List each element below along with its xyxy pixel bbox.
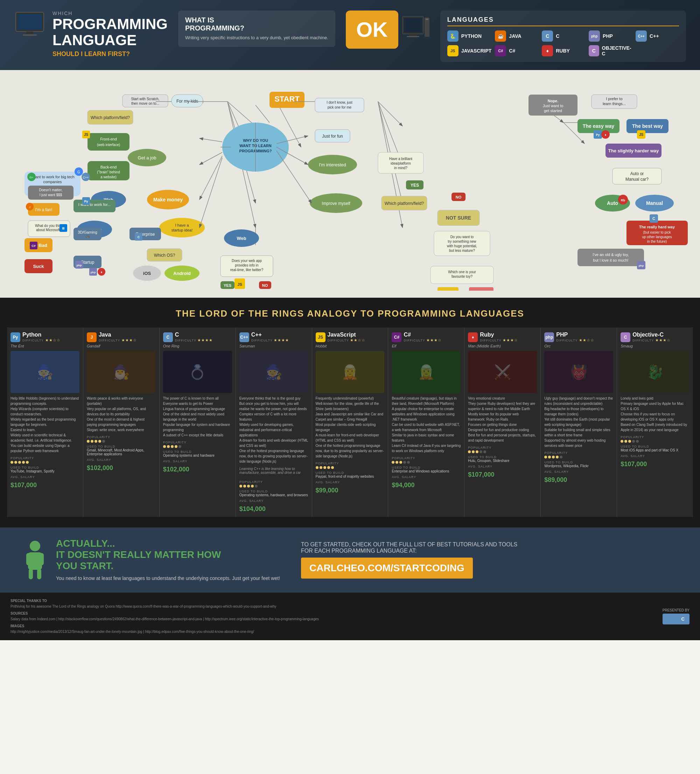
used-to-build-value: Paypal, front-end of majority websites bbox=[316, 475, 385, 478]
difficulty-stars: ★★☆☆ bbox=[45, 338, 61, 342]
avg-salary-label: AVG. SALARY bbox=[316, 481, 385, 484]
avg-salary-label: AVG. SALARY bbox=[392, 475, 461, 479]
svg-text:Manual: Manual bbox=[646, 200, 663, 206]
svg-text:Py: Py bbox=[84, 200, 88, 203]
svg-text:JS: JS bbox=[237, 282, 242, 286]
used-to-build-value: Gmail, Minecraft, Most Android Apps, Ent… bbox=[87, 448, 156, 456]
flowchart-section: I want to work for big tech companies No… bbox=[0, 70, 700, 298]
svg-text:I'm a fan!: I'm a fan! bbox=[35, 207, 53, 212]
svg-text:with huge potential,: with huge potential, bbox=[447, 244, 477, 248]
languages-grid: 🐍 PYTHON ☕ JAVA C C php PHP C++ C++ JS J… bbox=[447, 30, 679, 56]
languages-title: LANGUAGES bbox=[447, 16, 679, 26]
ok-badge-block: OK bbox=[346, 10, 430, 49]
svg-text:🎮: 🎮 bbox=[86, 235, 90, 239]
lang-c: C C bbox=[542, 30, 585, 42]
svg-point-208 bbox=[30, 541, 40, 551]
what-is-block: WHAT ISPROGRAMMING? Writing very specifi… bbox=[178, 10, 335, 47]
popularity-label: POPULARITY bbox=[163, 441, 232, 444]
svg-text:I just want $$$: I just want $$$ bbox=[40, 193, 62, 197]
popularity-label: POPULARITY bbox=[10, 456, 79, 460]
popularity-dot bbox=[94, 440, 97, 443]
card-lang-icon: Py bbox=[10, 332, 20, 342]
svg-text:YES: YES bbox=[224, 283, 231, 288]
svg-rect-7 bbox=[407, 36, 419, 37]
ok-badge: OK bbox=[346, 10, 398, 49]
card-character: Saruman bbox=[239, 344, 308, 348]
card-character: One Ring bbox=[163, 344, 232, 348]
avg-salary-value: $102,000 bbox=[87, 465, 156, 472]
avg-salary-value: $107,000 bbox=[621, 461, 690, 468]
computer-icon bbox=[402, 16, 430, 44]
thanks-text: Prithiviraj for his awesome The Lord of … bbox=[10, 604, 319, 609]
card-header: C++ C++ DIFFICULTY ★★★★ bbox=[239, 332, 308, 342]
svg-text:START: START bbox=[274, 94, 300, 103]
svg-text:Auto: Auto bbox=[607, 200, 618, 206]
card-image: 🧙‍♂️ bbox=[87, 351, 156, 393]
card-image: 🧝 bbox=[392, 351, 461, 393]
avg-salary-label: AVG. SALARY bbox=[544, 470, 613, 473]
difficulty-stars: ★★★☆ bbox=[655, 338, 670, 342]
lang-card-c-: C# C# DIFFICULTY ★★★☆ Elf 🧝 Beautiful cr… bbox=[388, 327, 464, 517]
card-character: The Ent bbox=[10, 344, 79, 348]
lang-java: ☕ JAVA bbox=[495, 30, 538, 42]
images-text: http://mightyjustice.com/media/2013/12/S… bbox=[10, 629, 319, 635]
bottom-right-text: TO GET STARTED, CHECK OUT THE FULL LIST … bbox=[301, 541, 679, 579]
svg-text:C++: C++ bbox=[83, 176, 89, 179]
avg-salary-value: $89,000 bbox=[544, 476, 613, 484]
footer-left: SPECIAL THANKS TO Prithiviraj for his aw… bbox=[10, 598, 319, 635]
sources-text: Salary data from Indeed.com | http://sta… bbox=[10, 617, 319, 622]
popularity-dot bbox=[621, 440, 623, 443]
lang-js: JS JAVASCRIPT bbox=[447, 45, 492, 56]
lang-card-c: C C DIFFICULTY ★★★★ One Ring 💍 The power… bbox=[160, 327, 236, 517]
title-block: WHICH PROGRAMMINGLANGUAGE SHOULD I LEARN… bbox=[53, 10, 168, 58]
monitor-icon bbox=[14, 10, 46, 38]
used-to-build-label: USED TO BUILD bbox=[10, 466, 79, 469]
avg-salary-value: $107,000 bbox=[10, 481, 79, 489]
svg-text:iOS: iOS bbox=[143, 271, 151, 276]
svg-text:in the future): in the future) bbox=[647, 240, 667, 243]
popularity-dot bbox=[316, 466, 319, 469]
card-difficulty-label: DIFFICULTY ★★★☆ bbox=[632, 338, 670, 342]
svg-text:The slightly harder way: The slightly harder way bbox=[608, 148, 659, 154]
popularity-dots bbox=[392, 461, 461, 464]
svg-text:a website): a website) bbox=[101, 175, 117, 179]
popularity-dot bbox=[178, 445, 181, 448]
card-difficulty-label: DIFFICULTY ★★★☆ bbox=[480, 338, 518, 342]
popularity-dots bbox=[544, 456, 613, 458]
svg-text:NO: NO bbox=[456, 195, 462, 199]
popularity-dot bbox=[544, 456, 547, 458]
svg-text:Web: Web bbox=[237, 236, 246, 241]
svg-text:Which platform/field?: Which platform/field? bbox=[385, 201, 424, 206]
svg-text:I'm interested: I'm interested bbox=[319, 162, 346, 167]
website-badge[interactable]: CARLCHEO.COM/STARTCODING bbox=[301, 557, 473, 579]
card-difficulty-label: DIFFICULTY ★★☆☆ bbox=[556, 338, 594, 342]
js-icon: JS bbox=[447, 45, 459, 56]
sources-label: SOURCES bbox=[10, 612, 28, 615]
svg-text:about Microsoft?: about Microsoft? bbox=[36, 228, 62, 232]
svg-text:Doesn't matter,: Doesn't matter, bbox=[39, 188, 63, 192]
bottom-left-text: ACTUALLY...IT DOESN'T REALLY MATTER HOWY… bbox=[56, 538, 280, 582]
svg-text:Front-end: Front-end bbox=[100, 137, 117, 141]
svg-text:php: php bbox=[639, 264, 644, 267]
images-label: IMAGES bbox=[10, 624, 24, 628]
svg-text:provides info in: provides info in bbox=[235, 263, 258, 267]
footer-right: PRESENTED BY C bbox=[662, 609, 690, 624]
popularity-dot bbox=[548, 456, 551, 458]
popularity-dot bbox=[468, 450, 471, 453]
card-lang-icon: php bbox=[544, 332, 554, 342]
card-header: JS JavaScript DIFFICULTY ★★☆☆ bbox=[316, 332, 385, 342]
svg-line-205 bbox=[276, 150, 312, 203]
popularity-dot bbox=[628, 440, 631, 443]
svg-text:Get a job: Get a job bbox=[138, 155, 157, 160]
card-lang-icon: JS bbox=[316, 332, 325, 342]
popularity-dot bbox=[102, 440, 105, 443]
difficulty-stars: ★★★★ bbox=[274, 338, 289, 342]
csharp-icon: C# bbox=[495, 45, 506, 56]
footer: SPECIAL THANKS TO Prithiviraj for his aw… bbox=[0, 592, 700, 640]
popularity-dot bbox=[247, 485, 250, 488]
popularity-label: POPULARITY bbox=[621, 435, 690, 439]
difficulty-stars: ★★★★ bbox=[197, 338, 213, 342]
svg-text:I prefer to: I prefer to bbox=[606, 97, 622, 101]
svg-text:idea/platform: idea/platform bbox=[391, 162, 411, 165]
card-lang-icon: C bbox=[621, 332, 631, 342]
